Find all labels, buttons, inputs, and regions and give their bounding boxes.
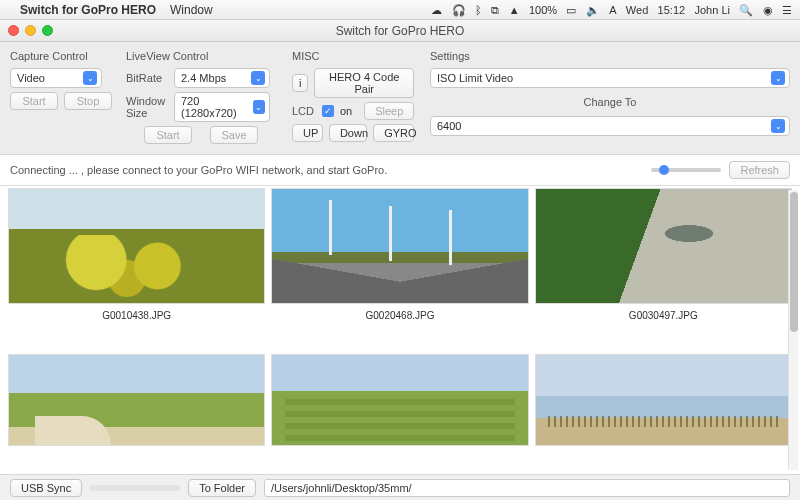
- thumbnail-image: [535, 188, 792, 304]
- status-row: Connecting ... , please connect to your …: [0, 155, 800, 185]
- capture-control-group: Capture Control Video ⌄ Start Stop: [10, 50, 110, 144]
- notification-center-icon[interactable]: ☰: [782, 4, 792, 16]
- battery-icon[interactable]: ▭: [566, 4, 576, 16]
- lcd-on-label: on: [340, 105, 352, 117]
- chevron-down-icon: ⌄: [771, 119, 785, 133]
- spotlight-icon[interactable]: 🔍: [739, 4, 753, 16]
- zoom-slider[interactable]: [651, 168, 721, 172]
- sleep-button[interactable]: Sleep: [364, 102, 414, 120]
- vertical-scrollbar[interactable]: [788, 190, 798, 470]
- thumbnail-image: [271, 188, 528, 304]
- thumbnail[interactable]: G0030497.JPG: [535, 188, 792, 350]
- liveview-control-group: LiveView Control BitRate 2.4 Mbps ⌄ Wind…: [126, 50, 276, 144]
- lcd-checkbox[interactable]: ✓: [322, 105, 334, 117]
- settings-property-select[interactable]: ISO Limit Video ⌄: [430, 68, 790, 88]
- thumbnail[interactable]: [8, 354, 265, 471]
- capture-mode-select[interactable]: Video ⌄: [10, 68, 102, 88]
- window-size-value: 720 (1280x720): [181, 95, 249, 119]
- settings-property-value: ISO Limit Video: [437, 72, 513, 84]
- to-folder-button[interactable]: To Folder: [188, 479, 256, 497]
- settings-value-select[interactable]: 6400 ⌄: [430, 116, 790, 136]
- chevron-down-icon: ⌄: [83, 71, 97, 85]
- controls-panel: Capture Control Video ⌄ Start Stop LiveV…: [0, 42, 800, 155]
- dropbox-icon[interactable]: ⧉: [491, 4, 499, 16]
- down-button[interactable]: Down: [329, 124, 367, 142]
- window-size-label: Window Size: [126, 95, 168, 119]
- usb-sync-button[interactable]: USB Sync: [10, 479, 82, 497]
- refresh-button[interactable]: Refresh: [729, 161, 790, 179]
- capture-mode-value: Video: [17, 72, 45, 84]
- window-titlebar: Switch for GoPro HERO: [0, 20, 800, 42]
- window-size-select[interactable]: 720 (1280x720) ⌄: [174, 92, 270, 122]
- folder-path-field[interactable]: /Users/johnli/Desktop/35mm/: [264, 479, 790, 497]
- system-menubar: Switch for GoPro HERO Window ☁︎ 🎧 ᛒ ⧉ ▲ …: [0, 0, 800, 20]
- bitrate-value: 2.4 Mbps: [181, 72, 226, 84]
- chevron-down-icon: ⌄: [771, 71, 785, 85]
- misc-group: MISC i HERO 4 Code Pair LCD ✓ on Sleep U…: [292, 50, 414, 144]
- thumbnail[interactable]: G0010438.JPG: [8, 188, 265, 350]
- thumbnail-filename: G0010438.JPG: [102, 304, 171, 325]
- clock-day[interactable]: Wed: [626, 4, 648, 16]
- thumbnail[interactable]: G0020468.JPG: [271, 188, 528, 350]
- thumbnail-image: [8, 354, 265, 446]
- volume-icon[interactable]: 🔈: [586, 4, 600, 16]
- wifi-icon[interactable]: ▲: [509, 4, 520, 16]
- code-pair-button[interactable]: HERO 4 Code Pair: [314, 68, 414, 98]
- battery-percent: 100%: [529, 4, 557, 16]
- cloud-icon[interactable]: ☁︎: [431, 4, 442, 16]
- sync-progress-bar: [90, 485, 180, 491]
- user-name[interactable]: John Li: [694, 4, 729, 16]
- footer-bar: USB Sync To Folder /Users/johnli/Desktop…: [0, 474, 800, 500]
- chevron-down-icon: ⌄: [253, 100, 265, 114]
- clock-time[interactable]: 15:12: [658, 4, 686, 16]
- liveview-save-button[interactable]: Save: [210, 126, 258, 144]
- slider-thumb[interactable]: [659, 165, 669, 175]
- liveview-start-button[interactable]: Start: [144, 126, 192, 144]
- change-to-label: Change To: [430, 92, 790, 112]
- settings-value: 6400: [437, 120, 461, 132]
- photo-gallery: G0010438.JPG G0020468.JPG G0030497.JPG: [0, 185, 800, 471]
- thumbnail-image: [271, 354, 528, 446]
- capture-control-header: Capture Control: [10, 50, 110, 62]
- chevron-down-icon: ⌄: [251, 71, 265, 85]
- thumbnail-filename: G0020468.JPG: [366, 304, 435, 325]
- app-menu[interactable]: Switch for GoPro HERO: [20, 3, 156, 17]
- thumbnail[interactable]: [271, 354, 528, 471]
- bitrate-label: BitRate: [126, 72, 168, 84]
- liveview-header: LiveView Control: [126, 50, 276, 62]
- bitrate-select[interactable]: 2.4 Mbps ⌄: [174, 68, 270, 88]
- thumbnail[interactable]: [535, 354, 792, 471]
- input-icon[interactable]: A: [609, 4, 616, 16]
- lcd-label: LCD: [292, 105, 316, 117]
- indicator-icon[interactable]: ◉: [763, 4, 773, 16]
- menubar-status-area: ☁︎ 🎧 ᛒ ⧉ ▲ 100% ▭ 🔈 A Wed 15:12 John Li …: [425, 3, 792, 17]
- bluetooth-icon[interactable]: ᛒ: [475, 4, 482, 16]
- status-text: Connecting ... , please connect to your …: [10, 164, 387, 176]
- headphones-icon[interactable]: 🎧: [452, 4, 466, 16]
- capture-stop-button[interactable]: Stop: [64, 92, 112, 110]
- thumbnail-filename: G0030497.JPG: [629, 304, 698, 325]
- window-title: Switch for GoPro HERO: [0, 24, 800, 38]
- up-button[interactable]: UP: [292, 124, 323, 142]
- misc-info-button[interactable]: i: [292, 74, 308, 92]
- misc-header: MISC: [292, 50, 414, 62]
- scrollbar-handle[interactable]: [790, 192, 798, 332]
- capture-start-button[interactable]: Start: [10, 92, 58, 110]
- thumbnail-image: [535, 354, 792, 446]
- settings-header: Settings: [430, 50, 790, 62]
- gyro-button[interactable]: GYRO: [373, 124, 414, 142]
- window-menu[interactable]: Window: [170, 3, 213, 17]
- settings-group: Settings ISO Limit Video ⌄ Change To 640…: [430, 50, 790, 144]
- thumbnail-image: [8, 188, 265, 304]
